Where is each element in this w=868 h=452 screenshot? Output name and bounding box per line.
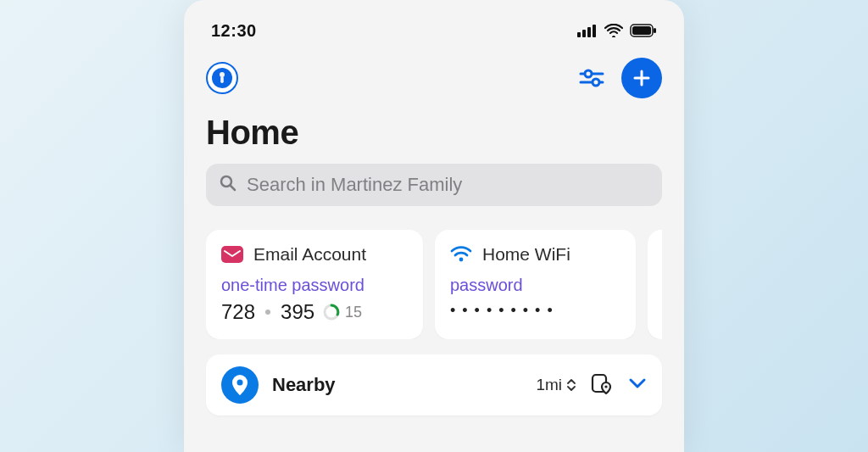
svg-rect-10 xyxy=(220,76,224,83)
chevron-down-icon[interactable] xyxy=(628,377,647,393)
nearby-section[interactable]: Nearby 1mi xyxy=(206,354,662,416)
card-home-wifi[interactable]: Home WiFi password ••••••••• xyxy=(435,230,636,339)
dot-separator-icon xyxy=(265,310,270,315)
svg-rect-2 xyxy=(587,27,591,37)
svg-point-14 xyxy=(593,79,599,86)
location-pin-icon xyxy=(221,366,259,404)
svg-rect-3 xyxy=(593,25,596,37)
card-title: Home WiFi xyxy=(482,244,570,265)
search-icon xyxy=(220,175,236,195)
otp-countdown: 15 xyxy=(323,304,362,321)
mail-icon xyxy=(221,243,243,265)
search-input[interactable]: Search in Martinez Family xyxy=(206,164,662,206)
svg-rect-0 xyxy=(577,32,581,37)
wifi-item-icon xyxy=(450,243,472,265)
card-title: Email Account xyxy=(253,244,366,265)
status-time: 12:30 xyxy=(211,21,257,41)
masked-password: ••••••••• xyxy=(450,302,620,320)
add-button[interactable] xyxy=(621,58,662,98)
filter-button[interactable] xyxy=(579,68,604,88)
countdown-ring-icon xyxy=(323,304,340,321)
svg-rect-1 xyxy=(582,30,586,37)
field-label: password xyxy=(450,276,620,295)
status-bar: 12:30 xyxy=(206,19,662,42)
card-email-account[interactable]: Email Account one-time password 728 395 … xyxy=(206,230,423,339)
svg-point-27 xyxy=(604,385,607,388)
svg-rect-6 xyxy=(654,28,656,33)
wifi-icon xyxy=(604,24,623,37)
svg-line-18 xyxy=(231,186,235,190)
map-pin-button[interactable] xyxy=(591,372,613,398)
card-partial[interactable]: num 07 xyxy=(648,230,662,339)
distance-value: 1mi xyxy=(536,376,562,394)
svg-rect-5 xyxy=(632,26,651,35)
svg-rect-19 xyxy=(221,246,243,263)
nearby-title: Nearby xyxy=(272,374,336,396)
search-placeholder: Search in Martinez Family xyxy=(247,174,462,196)
countdown-seconds: 15 xyxy=(345,304,362,321)
nearby-controls: 1mi xyxy=(536,372,647,398)
pinned-cards[interactable]: Email Account one-time password 728 395 … xyxy=(206,230,662,339)
otp-value: 728 395 15 xyxy=(221,300,408,324)
cellular-icon xyxy=(577,24,598,37)
status-icons xyxy=(577,24,657,37)
top-bar xyxy=(206,58,662,98)
svg-point-25 xyxy=(237,380,243,386)
otp-part-b: 395 xyxy=(281,300,314,324)
distance-selector[interactable]: 1mi xyxy=(536,376,576,394)
page-title: Home xyxy=(206,114,662,152)
otp-part-a: 728 xyxy=(221,300,255,324)
svg-point-21 xyxy=(459,258,464,262)
svg-point-12 xyxy=(585,70,592,77)
stepper-icon xyxy=(567,378,576,392)
app-logo-icon[interactable] xyxy=(206,62,238,94)
phone-frame: 12:30 xyxy=(184,0,684,452)
battery-icon xyxy=(630,24,657,37)
top-bar-actions xyxy=(579,58,662,98)
field-label: one-time password xyxy=(221,276,408,295)
